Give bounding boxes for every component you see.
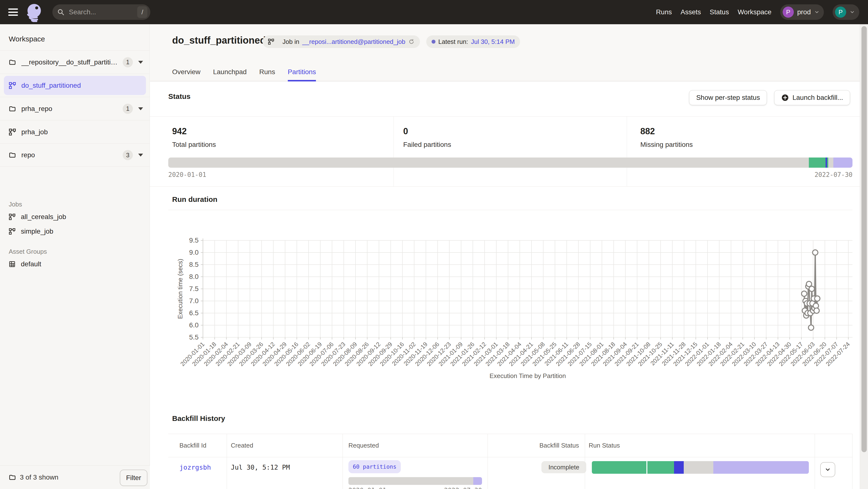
- svg-text:8.0: 8.0: [189, 273, 198, 280]
- job-header: do_stuff_partitioned Job in __reposi...a…: [150, 24, 868, 82]
- repo-job-count-badge: 1: [123, 104, 133, 114]
- run-duration-chart[interactable]: 5.56.06.57.07.58.08.59.09.52020-01-01202…: [160, 233, 856, 393]
- nav-link-workspace[interactable]: Workspace: [738, 8, 772, 16]
- job-icon: [9, 228, 16, 235]
- stat-label: Failed partitions: [403, 141, 451, 149]
- folder-icon: [9, 152, 16, 159]
- backfill-id-link[interactable]: jozrgsbh: [179, 463, 211, 471]
- partition-stats: 942Total partitions0Failed partitions882…: [150, 116, 868, 187]
- repo-job-count-badge: 1: [123, 57, 133, 67]
- nav-links: RunsAssetsStatusWorkspace: [656, 8, 772, 16]
- requested-partitions-badge[interactable]: 60 partitions: [348, 460, 401, 473]
- nav-link-runs[interactable]: Runs: [656, 8, 672, 16]
- sidebar-item-repository-do-stuff-partitio[interactable]: __repository__do_stuff_partitio...1: [0, 51, 150, 74]
- backfill-status-badge: Incomplete: [541, 461, 586, 473]
- svg-text:9.5: 9.5: [189, 236, 198, 244]
- divider: [627, 117, 627, 186]
- run-status-segment-bar-indigo: [674, 461, 684, 474]
- column-header-backfill-status: Backfill Status: [488, 434, 585, 457]
- expand-row-button[interactable]: [820, 462, 835, 477]
- menu-icon[interactable]: [8, 8, 18, 16]
- tab-runs[interactable]: Runs: [259, 63, 275, 82]
- folder-icon: [9, 105, 16, 112]
- nav-link-assets[interactable]: Assets: [681, 8, 701, 16]
- requested-range-progress: [473, 477, 482, 485]
- search-input[interactable]: Search... /: [52, 4, 150, 20]
- section-label-asset-groups: Asset Groups: [9, 248, 150, 255]
- svg-text:9.0: 9.0: [189, 249, 198, 256]
- show-per-step-status-label: Show per-step status: [696, 94, 760, 101]
- partition-status-bar[interactable]: [168, 158, 852, 168]
- backfill-table: jozrgsbh Jul 30, 5:12 PM 60 partitions 2…: [168, 434, 852, 489]
- sidebar-item-label: prha_repo: [21, 105, 119, 113]
- requested-range-bar: [348, 477, 482, 485]
- chevron-down-icon: [849, 9, 855, 15]
- latest-run-badge: Latest run: Jul 30, 5:14 PM: [426, 35, 520, 48]
- tab-overview[interactable]: Overview: [172, 63, 200, 82]
- caret-down-icon[interactable]: [138, 154, 143, 157]
- show-per-step-status-button[interactable]: Show per-step status: [689, 90, 767, 105]
- sidebar-item-all-cereals-job[interactable]: all_cereals_job: [0, 209, 150, 224]
- sidebar-item-repo[interactable]: repo3: [0, 143, 150, 167]
- sidebar-item-label: default: [21, 260, 41, 268]
- chevron-down-icon: [825, 466, 831, 473]
- latest-run-label: Latest run:: [438, 38, 468, 45]
- sidebar-item-label: all_cereals_job: [21, 213, 66, 221]
- active-tab-underline: [288, 80, 316, 82]
- sidebar-item-simple-job[interactable]: simple_job: [0, 224, 150, 239]
- svg-text:5.5: 5.5: [189, 333, 198, 341]
- tab-label: Runs: [259, 68, 275, 76]
- stat-value-total-partitions: 942: [172, 126, 187, 136]
- repo-count-label: 3 of 3 shown: [20, 474, 58, 481]
- backfill-history-title: Backfill History: [172, 414, 225, 423]
- caret-down-icon[interactable]: [138, 107, 143, 110]
- run-status-segment-lavender: [713, 461, 809, 474]
- nav-link-status[interactable]: Status: [710, 8, 729, 16]
- sidebar-item-do-stuff-partitioned[interactable]: do_stuff_partitioned: [0, 74, 150, 97]
- latest-run-link[interactable]: Jul 30, 5:14 PM: [471, 38, 515, 45]
- column-header-requested: Requested: [343, 434, 488, 457]
- search-placeholder: Search...: [69, 8, 137, 16]
- tab-partitions[interactable]: Partitions: [288, 63, 316, 82]
- requested-range-start: 2020-01-01: [348, 487, 386, 489]
- sidebar-sections: Jobsall_cereals_jobsimple_jobAsset Group…: [0, 191, 150, 271]
- tab-launchpad[interactable]: Launchpad: [213, 63, 247, 82]
- run-duration-title: Run duration: [172, 195, 217, 203]
- job-icon: [9, 82, 16, 89]
- workspace-sidebar: Workspace __repository__do_stuff_partiti…: [0, 24, 150, 489]
- job-icon: [9, 128, 16, 136]
- run-status-segment-bar-gray: [684, 461, 713, 474]
- run-status-bar[interactable]: [592, 461, 809, 474]
- job-location-badge: Job in __reposi...artitioned@partitioned…: [262, 35, 420, 48]
- grid-icon: [9, 261, 16, 267]
- sidebar-item-prha-repo[interactable]: prha_repo1: [0, 97, 150, 120]
- job-icon: [9, 214, 16, 220]
- run-status-dot: [432, 40, 435, 44]
- launch-backfill-button[interactable]: Launch backfill...: [774, 90, 850, 105]
- job-location-link[interactable]: __reposi...artitioned@partitioned_job: [302, 38, 405, 45]
- divider: [394, 117, 394, 186]
- filter-button[interactable]: Filter: [120, 469, 147, 486]
- job-tabs: OverviewLaunchpadRunsPartitions: [172, 63, 316, 82]
- deployment-switcher[interactable]: P prod: [780, 4, 824, 20]
- chevron-down-icon: [814, 9, 819, 15]
- user-menu[interactable]: P: [833, 4, 859, 20]
- app: Search... / RunsAssetsStatusWorkspace P …: [0, 0, 868, 489]
- stat-value-failed-partitions: 0: [403, 126, 408, 136]
- sidebar-item-label: prha_job: [21, 128, 143, 136]
- repo-job-count-badge: 3: [123, 150, 133, 160]
- refresh-icon[interactable]: [408, 38, 414, 45]
- backfill-created-cell: Jul 30, 5:12 PM: [231, 463, 290, 471]
- deployment-label: prod: [797, 8, 811, 16]
- sidebar-item-default[interactable]: default: [0, 257, 150, 271]
- scrollbar-track[interactable]: [860, 24, 868, 489]
- chart-caption: Execution Time by Partition: [490, 372, 566, 380]
- sidebar-footer: 3 of 3 shown Filter: [0, 465, 150, 489]
- sidebar-item-prha-job[interactable]: prha_job: [0, 120, 150, 143]
- caret-down-icon[interactable]: [138, 61, 143, 64]
- divider: [168, 210, 852, 210]
- sidebar-item-label: repo: [21, 151, 119, 159]
- repo-list: __repository__do_stuff_partitio...1do_st…: [0, 51, 150, 167]
- stat-label: Missing partitions: [640, 141, 693, 149]
- scrollbar-thumb[interactable]: [862, 26, 867, 452]
